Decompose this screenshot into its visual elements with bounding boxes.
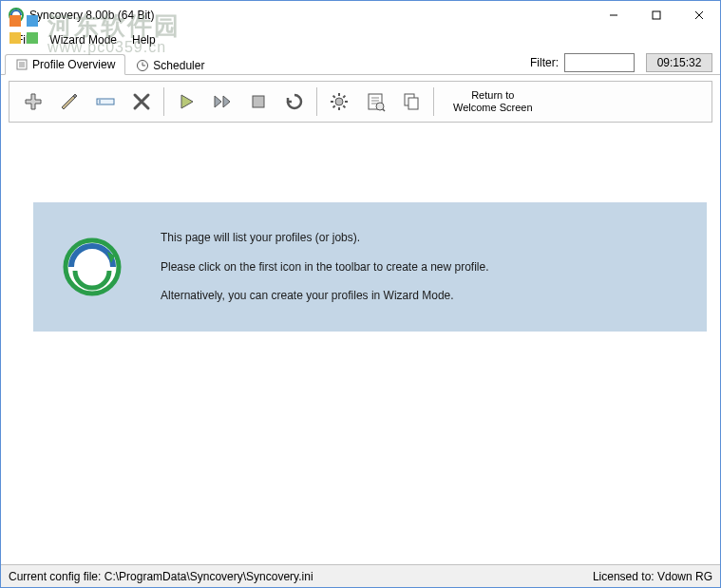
status-licensed-to: Licensed to: Vdown RG	[593, 570, 712, 583]
info-text: This page will list your profiles (or jo…	[161, 230, 489, 304]
content-area: This page will list your profiles (or jo…	[9, 128, 712, 562]
add-profile-button[interactable]	[15, 85, 51, 119]
window-controls	[592, 1, 720, 29]
minimize-button[interactable]	[592, 1, 635, 29]
svg-rect-31	[408, 98, 418, 109]
menu-help[interactable]: Help	[124, 31, 163, 48]
return-line2: Welcome Screen	[453, 102, 533, 114]
svg-line-23	[343, 96, 345, 98]
tab-scheduler[interactable]: Scheduler	[125, 55, 215, 75]
run-attended-button[interactable]	[204, 85, 240, 119]
svg-rect-2	[653, 11, 660, 19]
syncovery-logo-icon	[62, 237, 123, 297]
menu-file[interactable]: File	[9, 31, 42, 48]
svg-line-20	[333, 96, 335, 98]
info-line2: Please click on the first icon in the to…	[161, 259, 489, 275]
edit-profile-button[interactable]	[51, 85, 87, 119]
info-line3: Alternatively, you can create your profi…	[161, 288, 489, 304]
stop-button[interactable]	[240, 85, 276, 119]
return-line1: Return to	[471, 89, 514, 102]
info-line1: This page will list your profiles (or jo…	[161, 230, 489, 246]
copy-button[interactable]	[393, 85, 429, 119]
window-title: Syncovery 8.00b (64 Bit)	[29, 9, 592, 22]
return-welcome-button[interactable]: Return to Welcome Screen	[438, 85, 548, 119]
statusbar: Current config file: C:\ProgramData\Sync…	[1, 564, 720, 587]
toolbar-separator	[163, 87, 164, 116]
run-button[interactable]	[168, 85, 204, 119]
log-button[interactable]	[357, 85, 393, 119]
delete-profile-button[interactable]	[123, 85, 160, 119]
status-config-file: Current config file: C:\ProgramData\Sync…	[9, 570, 593, 583]
info-panel: This page will list your profiles (or jo…	[33, 202, 707, 332]
maximize-button[interactable]	[635, 1, 677, 29]
tab-scheduler-label: Scheduler	[153, 59, 204, 72]
clock: 09:15:32	[646, 53, 712, 72]
filter-area: Filter: 09:15:32	[530, 53, 720, 72]
toolbar-separator	[316, 87, 317, 116]
close-button[interactable]	[677, 1, 720, 29]
menu-wizard-mode[interactable]: Wizard Mode	[42, 31, 124, 48]
filter-label: Filter:	[530, 56, 559, 69]
svg-line-22	[333, 105, 335, 107]
settings-button[interactable]	[321, 85, 357, 119]
titlebar: Syncovery 8.00b (64 Bit)	[1, 1, 720, 29]
toolbar: Return to Welcome Screen	[9, 81, 712, 123]
tabbar: Profile Overview Scheduler Filter: 09:15…	[1, 50, 720, 75]
svg-point-15	[335, 98, 343, 105]
svg-line-29	[383, 109, 385, 111]
menubar: File Wizard Mode Help	[1, 29, 720, 50]
scheduler-icon	[136, 59, 149, 72]
svg-rect-14	[253, 96, 264, 107]
filter-input[interactable]	[564, 53, 635, 72]
rename-profile-button[interactable]	[87, 85, 123, 119]
app-icon	[9, 8, 24, 23]
svg-point-28	[376, 103, 384, 110]
tab-profile-overview-label: Profile Overview	[32, 58, 115, 71]
tab-profile-overview[interactable]: Profile Overview	[5, 54, 125, 75]
toolbar-separator	[433, 87, 434, 116]
restore-button[interactable]	[276, 85, 313, 119]
svg-line-21	[343, 105, 345, 107]
profile-overview-icon	[15, 58, 28, 71]
